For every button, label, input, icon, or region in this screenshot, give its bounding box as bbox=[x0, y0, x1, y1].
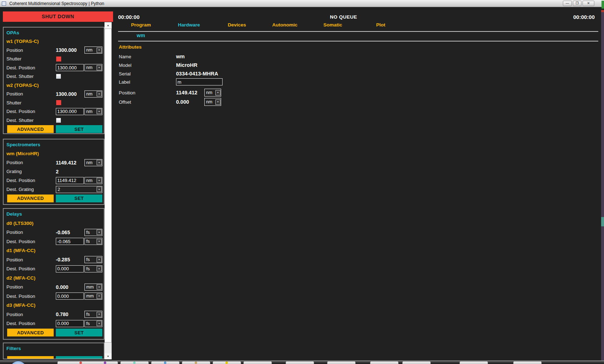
unit-dropdown[interactable]: nm ▼ bbox=[84, 177, 102, 184]
background-icon-fragment bbox=[601, 1, 604, 9]
offset-unit-dropdown[interactable]: nm ▼ bbox=[204, 98, 221, 106]
chevron-down-icon[interactable]: ▼ bbox=[97, 312, 102, 317]
desktop-strip bbox=[601, 10, 604, 360]
unit-value: fs bbox=[86, 239, 97, 244]
w2-shutter-row: Shutter bbox=[6, 98, 102, 107]
unit-dropdown[interactable]: fs ▼ bbox=[84, 238, 102, 245]
unit-dropdown[interactable]: fs ▼ bbox=[84, 256, 102, 263]
set-button[interactable]: SET bbox=[56, 356, 102, 359]
taskbar-button[interactable] bbox=[513, 361, 542, 364]
attr-row-label: Label bbox=[119, 77, 223, 87]
dest-position-input[interactable] bbox=[56, 108, 84, 115]
chevron-down-icon[interactable]: ▼ bbox=[215, 99, 220, 105]
set-button[interactable]: SET bbox=[56, 195, 102, 202]
subtab-wm[interactable]: wm bbox=[137, 33, 145, 38]
chevron-down-icon[interactable]: ▼ bbox=[97, 187, 102, 192]
taskbar-button[interactable] bbox=[286, 361, 314, 364]
taskbar-button[interactable] bbox=[370, 361, 399, 364]
position-value: 1300.000 bbox=[55, 47, 84, 53]
minimize-button[interactable]: — bbox=[563, 1, 572, 6]
set-button[interactable]: SET bbox=[56, 125, 102, 133]
taskbar-button[interactable] bbox=[459, 361, 488, 364]
advanced-button[interactable]: ADVANCED bbox=[7, 125, 54, 133]
dest-shutter-checkbox[interactable] bbox=[56, 118, 61, 123]
unit-value: nm bbox=[86, 160, 97, 165]
unit-dropdown[interactable]: fs ▼ bbox=[84, 229, 102, 236]
app-icon bbox=[2, 1, 6, 6]
tab-plot[interactable]: Plot bbox=[357, 21, 405, 29]
chevron-down-icon[interactable]: ▼ bbox=[97, 178, 102, 183]
chevron-down-icon[interactable]: ▼ bbox=[97, 230, 102, 235]
window-title: Coherent Multidimensional Spectroscopy |… bbox=[9, 1, 104, 6]
chevron-down-icon[interactable]: ▼ bbox=[97, 48, 102, 53]
chevron-down-icon[interactable]: ▼ bbox=[97, 321, 102, 326]
dest-grating-dropdown[interactable]: 2 ▼ bbox=[56, 186, 102, 193]
dest-position-input[interactable] bbox=[56, 265, 84, 272]
chevron-down-icon[interactable]: ▼ bbox=[215, 90, 220, 95]
dest-position-input[interactable] bbox=[56, 292, 84, 300]
unit-dropdown[interactable]: mm ▼ bbox=[84, 292, 102, 300]
shutter-label: Shutter bbox=[6, 56, 56, 62]
restore-button[interactable]: ❐ bbox=[573, 1, 581, 6]
advanced-button[interactable]: ADVANCED bbox=[7, 329, 54, 336]
grating-value: 2 bbox=[55, 169, 84, 174]
chevron-down-icon[interactable]: ▼ bbox=[97, 65, 102, 70]
unit-value: fs bbox=[86, 321, 97, 326]
sidebar-scrollbar[interactable]: ▲ ▼ bbox=[104, 22, 112, 359]
position-label: Position bbox=[6, 160, 55, 165]
scroll-down-icon[interactable]: ▼ bbox=[104, 353, 112, 359]
unit-dropdown[interactable]: fs ▼ bbox=[84, 265, 102, 272]
unit-dropdown[interactable]: nm ▼ bbox=[84, 108, 102, 115]
d0-position-row: Position -0.065 fs ▼ bbox=[6, 228, 102, 237]
label-input[interactable] bbox=[176, 78, 223, 85]
shutdown-button[interactable]: SHUT DOWN bbox=[3, 11, 113, 22]
unit-dropdown[interactable]: fs ▼ bbox=[84, 320, 102, 327]
unit-dropdown[interactable]: nm ▼ bbox=[84, 90, 102, 98]
w1-dest-shutter-row: Dest. Shutter bbox=[6, 72, 102, 81]
chevron-down-icon[interactable]: ▼ bbox=[97, 284, 102, 290]
tab-autonomic[interactable]: Autonomic bbox=[261, 21, 309, 29]
dest-shutter-checkbox[interactable] bbox=[56, 74, 61, 79]
chevron-down-icon[interactable]: ▼ bbox=[97, 294, 102, 299]
panel-spectrometers: Spectrometers wm (MicroHR) Position 1149… bbox=[3, 139, 104, 205]
taskbar-button[interactable] bbox=[243, 361, 272, 364]
taskbar-button[interactable] bbox=[57, 361, 118, 364]
wm-dest-position-row: Dest. Position nm ▼ bbox=[6, 176, 102, 185]
dest-position-input[interactable] bbox=[56, 64, 84, 71]
unit-value: nm bbox=[86, 109, 97, 114]
tab-devices[interactable]: Devices bbox=[213, 21, 261, 29]
position-unit-dropdown[interactable]: nm ▼ bbox=[204, 89, 221, 97]
unit-dropdown[interactable]: nm ▼ bbox=[84, 159, 102, 166]
unit-dropdown[interactable]: nm ▼ bbox=[84, 46, 102, 54]
label-label: Label bbox=[119, 79, 176, 85]
close-button[interactable]: ✕ bbox=[583, 1, 594, 6]
set-button[interactable]: SET bbox=[56, 329, 102, 336]
unit-dropdown[interactable]: nm ▼ bbox=[84, 64, 102, 71]
dest-position-input[interactable] bbox=[56, 238, 84, 245]
tab-hardware[interactable]: Hardware bbox=[165, 21, 213, 29]
advanced-button[interactable]: ADVANCED bbox=[7, 356, 54, 359]
chevron-down-icon[interactable]: ▼ bbox=[97, 239, 102, 244]
scroll-up-icon[interactable]: ▲ bbox=[104, 22, 112, 28]
taskbar-button[interactable] bbox=[327, 361, 356, 364]
dest-position-input[interactable] bbox=[56, 320, 84, 327]
chevron-down-icon[interactable]: ▼ bbox=[97, 257, 102, 262]
chevron-down-icon[interactable]: ▼ bbox=[97, 160, 102, 165]
advanced-button[interactable]: ADVANCED bbox=[7, 195, 54, 202]
dest-position-input[interactable] bbox=[56, 177, 84, 184]
chevron-down-icon[interactable]: ▼ bbox=[97, 266, 102, 271]
tab-somatic[interactable]: Somatic bbox=[309, 21, 357, 29]
taskbar-button[interactable] bbox=[402, 361, 431, 364]
unit-dropdown[interactable]: fs ▼ bbox=[84, 311, 102, 318]
queue-status: NO QUEUE bbox=[236, 14, 451, 20]
dest-position-label: Dest. Position bbox=[6, 109, 56, 114]
unit-dropdown[interactable]: mm ▼ bbox=[84, 284, 102, 291]
device-name-wm: wm (MicroHR) bbox=[6, 151, 39, 156]
chevron-down-icon[interactable]: ▼ bbox=[97, 109, 102, 114]
chevron-down-icon[interactable]: ▼ bbox=[97, 91, 102, 97]
w1-dest-position-row: Dest. Position nm ▼ bbox=[6, 63, 102, 72]
unit-value: fs bbox=[86, 257, 97, 262]
desktop-strip-teal-fragment bbox=[601, 217, 604, 226]
scrollbar-thumb[interactable] bbox=[104, 29, 112, 343]
tab-program[interactable]: Program bbox=[117, 21, 165, 29]
